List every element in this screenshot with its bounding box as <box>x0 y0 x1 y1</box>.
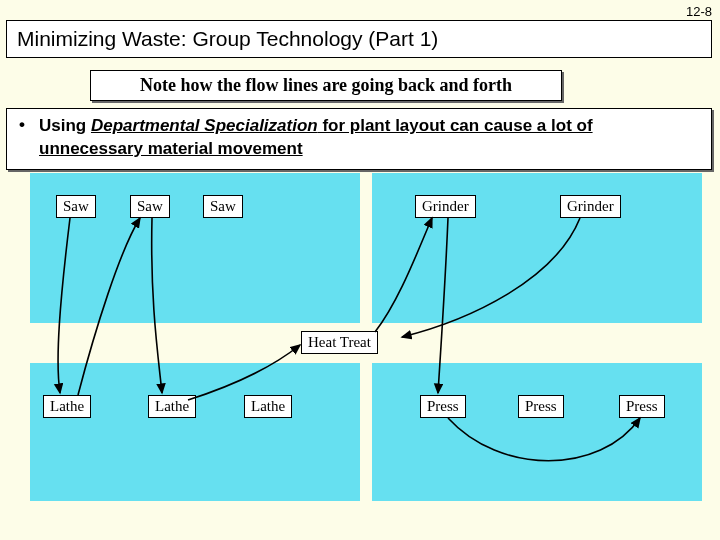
note-caption: Note how the flow lines are going back a… <box>90 70 562 101</box>
machine-press-1: Press <box>420 395 466 418</box>
machine-grinder-2: Grinder <box>560 195 621 218</box>
machine-saw-1: Saw <box>56 195 96 218</box>
bullet-point: • Using Departmental Specialization for … <box>6 108 712 170</box>
bullet-lead: Using <box>39 116 91 135</box>
machine-saw-2: Saw <box>130 195 170 218</box>
bullet-text: Using Departmental Specialization for pl… <box>39 115 699 161</box>
page-number: 12-8 <box>686 4 712 19</box>
bullet-emphasis: Departmental Specialization <box>91 116 318 135</box>
machine-press-2: Press <box>518 395 564 418</box>
slide-title: Minimizing Waste: Group Technology (Part… <box>6 20 712 58</box>
dept-press-area <box>372 363 702 501</box>
machine-heat-treat: Heat Treat <box>301 331 378 354</box>
dept-lathe-area <box>30 363 360 501</box>
machine-press-3: Press <box>619 395 665 418</box>
machine-grinder-1: Grinder <box>415 195 476 218</box>
machine-lathe-1: Lathe <box>43 395 91 418</box>
machine-lathe-3: Lathe <box>244 395 292 418</box>
bullet-marker: • <box>19 115 39 161</box>
machine-lathe-2: Lathe <box>148 395 196 418</box>
machine-saw-3: Saw <box>203 195 243 218</box>
